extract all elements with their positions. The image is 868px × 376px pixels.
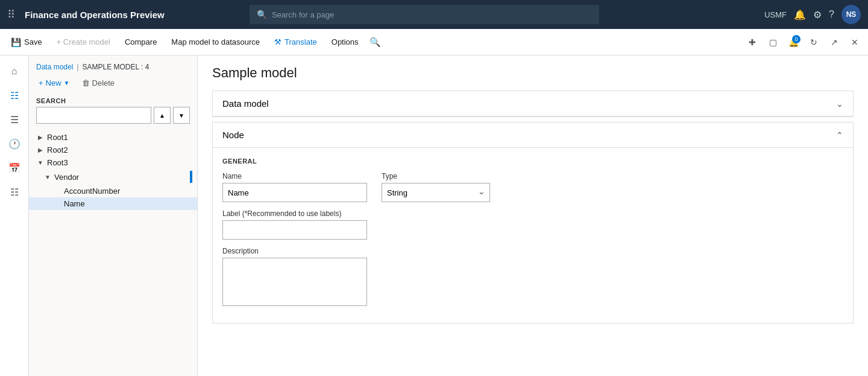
main-layout: ⌂ ☷ ☰ 🕐 📅 ☷ Data model | SAMPLE MODEL : … <box>0 56 868 376</box>
translate-button[interactable]: ⚒ Translate <box>268 35 323 49</box>
top-nav: ⠿ Finance and Operations Preview 🔍 USMF … <box>0 0 868 29</box>
data-model-accordion: Data model ⌄ <box>212 91 854 117</box>
map-model-button[interactable]: Map model to datasource <box>165 35 266 49</box>
delete-icon: 🗑 <box>82 78 90 88</box>
translate-icon: ⚒ <box>274 37 281 46</box>
description-label: Description <box>222 247 367 255</box>
breadcrumb-link[interactable]: Data model <box>36 63 73 71</box>
data-model-chevron-down-icon: ⌄ <box>836 99 843 109</box>
new-button[interactable]: + New ▼ <box>34 76 75 90</box>
drag-handle <box>190 171 192 183</box>
page-title: Sample model <box>212 65 854 81</box>
sidebar-list-icon[interactable]: ☷ <box>4 181 25 203</box>
delete-button[interactable]: 🗑 Delete <box>77 76 120 90</box>
label-label: Label (*Recommended to use labels) <box>222 209 367 218</box>
node-chevron-up-icon: ⌃ <box>836 130 843 140</box>
sidebar-clock-icon[interactable]: 🕐 <box>4 133 25 155</box>
tree-arrow-root1: ▶ <box>36 133 45 142</box>
tree-search-input[interactable] <box>36 107 151 124</box>
tree-arrow-accountnumber <box>53 187 61 196</box>
settings-icon[interactable]: ⚙ <box>813 9 822 21</box>
data-model-accordion-header[interactable]: Data model ⌄ <box>213 91 853 116</box>
type-select[interactable]: String Integer Real Date DateTime Boolea… <box>382 183 490 202</box>
label-form-group: Label (*Recommended to use labels) <box>222 209 367 240</box>
left-toolbar: + New ▼ 🗑 Delete <box>29 76 197 95</box>
toolbar-layout-icon[interactable]: ▢ <box>764 34 781 51</box>
search-label: SEARCH <box>36 97 190 104</box>
breadcrumb-current: SAMPLE MODEL : 4 <box>83 63 149 71</box>
node-accordion-content: GENERAL Name Label (*Recommended to use … <box>213 148 853 323</box>
toolbar-right: ✚ ▢ 🔔 0 ↻ ↗ ✕ <box>744 34 863 51</box>
tree: ▶ Root1 ▶ Root2 ▼ Root3 ▼ Vendor A <box>29 129 197 371</box>
tree-item-root3[interactable]: ▼ Root3 <box>29 156 197 169</box>
search-box[interactable]: 🔍 <box>250 5 599 24</box>
save-icon: 💾 <box>11 37 21 47</box>
type-form-group: Type String Integer Real Date DateTime B… <box>382 172 490 202</box>
name-form-group: Name <box>222 172 367 202</box>
sidebar-filter-icon[interactable]: ☷ <box>4 84 25 106</box>
breadcrumb: Data model | SAMPLE MODEL : 4 <box>29 60 197 76</box>
name-input[interactable] <box>222 183 367 202</box>
sidebar-menu-icon[interactable]: ☰ <box>4 109 25 130</box>
breadcrumb-separator: | <box>77 63 78 71</box>
sidebar-icons: ⌂ ☷ ☰ 🕐 📅 ☷ <box>0 56 29 376</box>
create-model-button[interactable]: + Create model <box>51 35 116 49</box>
form-row-main: Name Label (*Recommended to use labels) … <box>222 172 843 313</box>
node-accordion-title: Node <box>222 130 244 140</box>
notification-badge: 0 <box>792 35 800 43</box>
org-label: USMF <box>764 10 787 19</box>
app-title: Finance and Operations Preview <box>25 10 165 20</box>
search-input[interactable] <box>272 10 592 19</box>
user-avatar[interactable]: NS <box>841 5 861 24</box>
toolbar-badge-button[interactable]: 🔔 0 <box>785 34 802 51</box>
search-section: SEARCH ▲ ▼ <box>29 95 197 129</box>
toolbar-popout-icon[interactable]: ↗ <box>826 34 843 51</box>
description-textarea[interactable] <box>222 258 367 306</box>
new-dropdown-icon: ▼ <box>64 80 70 86</box>
grid-icon[interactable]: ⠿ <box>7 8 15 21</box>
toolbar-refresh-icon[interactable]: ↻ <box>805 34 822 51</box>
tree-arrow-root2: ▶ <box>36 146 45 155</box>
plus-icon: + <box>39 78 43 88</box>
main-toolbar: 💾 Save + Create model Compare Map model … <box>0 29 868 56</box>
label-input[interactable] <box>222 220 367 240</box>
search-row: ▲ ▼ <box>36 107 190 124</box>
node-accordion-header[interactable]: Node ⌃ <box>213 123 853 148</box>
top-nav-right: USMF 🔔 ⚙ ? NS <box>764 5 861 24</box>
node-accordion: Node ⌃ GENERAL Name Label (*Recommended … <box>212 122 854 323</box>
description-form-group: Description <box>222 247 367 306</box>
tree-item-vendor[interactable]: ▼ Vendor <box>29 169 197 185</box>
tree-arrow-vendor: ▼ <box>43 173 52 181</box>
right-panel: Sample model Data model ⌄ Node ⌃ GENERAL <box>198 56 868 376</box>
form-left: Name Label (*Recommended to use labels) … <box>222 172 367 313</box>
left-panel: Data model | SAMPLE MODEL : 4 + New ▼ 🗑 … <box>29 56 198 376</box>
tree-item-accountnumber[interactable]: AccountNumber <box>29 185 197 197</box>
tree-item-root1[interactable]: ▶ Root1 <box>29 131 197 144</box>
tree-arrow-root3: ▼ <box>36 159 45 167</box>
type-select-wrapper: String Integer Real Date DateTime Boolea… <box>382 183 490 202</box>
search-down-arrow[interactable]: ▼ <box>173 107 190 124</box>
toolbar-close-icon[interactable]: ✕ <box>846 34 863 51</box>
general-section-title: GENERAL <box>222 158 843 165</box>
tree-item-root2[interactable]: ▶ Root2 <box>29 144 197 156</box>
bell-icon[interactable]: 🔔 <box>794 9 806 21</box>
sidebar-calendar-icon[interactable]: 📅 <box>4 157 25 179</box>
help-icon[interactable]: ? <box>829 9 834 20</box>
name-label: Name <box>222 172 367 180</box>
tree-arrow-name <box>53 200 61 208</box>
tree-item-name[interactable]: Name <box>29 197 197 210</box>
sidebar-home-icon[interactable]: ⌂ <box>4 60 25 82</box>
toolbar-search-icon[interactable]: 🔍 <box>370 37 381 48</box>
options-button[interactable]: Options <box>326 35 365 49</box>
compare-button[interactable]: Compare <box>119 35 163 49</box>
search-up-arrow[interactable]: ▲ <box>154 107 171 124</box>
toolbar-grid-icon[interactable]: ✚ <box>744 34 761 51</box>
save-button[interactable]: 💾 Save <box>5 35 48 49</box>
search-icon: 🔍 <box>257 10 267 19</box>
form-right: Type String Integer Real Date DateTime B… <box>382 172 490 209</box>
data-model-accordion-title: Data model <box>222 98 269 109</box>
type-label: Type <box>382 172 490 180</box>
